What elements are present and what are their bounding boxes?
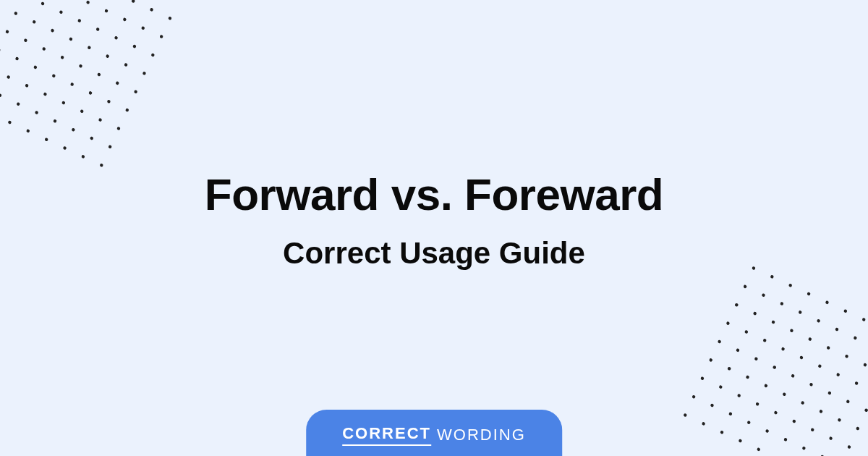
svg-point-91 <box>762 293 766 297</box>
brand-word-primary: CORRECT <box>342 424 431 446</box>
svg-point-120 <box>773 366 777 370</box>
svg-point-6 <box>131 0 135 3</box>
svg-point-128 <box>746 375 750 379</box>
svg-point-42 <box>97 72 101 77</box>
svg-point-32 <box>87 46 91 50</box>
svg-point-84 <box>807 292 811 296</box>
svg-point-61 <box>98 118 103 122</box>
svg-point-44 <box>134 90 138 94</box>
svg-point-108 <box>726 321 731 326</box>
svg-point-62 <box>116 127 121 131</box>
svg-point-60 <box>80 109 84 114</box>
svg-point-94 <box>817 318 821 323</box>
svg-point-17 <box>159 35 163 39</box>
svg-point-140 <box>792 419 796 423</box>
svg-point-16 <box>141 26 145 30</box>
svg-point-100 <box>753 311 757 316</box>
svg-point-86 <box>843 309 848 313</box>
svg-point-143 <box>847 445 851 449</box>
svg-point-115 <box>854 381 859 386</box>
svg-point-141 <box>810 428 814 432</box>
svg-point-14 <box>104 9 109 13</box>
svg-point-114 <box>836 373 841 377</box>
svg-point-8 <box>168 16 172 20</box>
svg-point-155 <box>720 430 724 434</box>
svg-point-85 <box>825 300 830 305</box>
svg-point-47 <box>15 56 20 61</box>
svg-point-125 <box>864 408 868 413</box>
svg-point-99 <box>734 303 739 307</box>
svg-point-113 <box>817 364 822 368</box>
svg-point-149 <box>783 437 788 442</box>
svg-point-101 <box>771 320 775 324</box>
svg-point-46 <box>0 48 1 52</box>
svg-point-82 <box>770 274 774 279</box>
svg-point-135 <box>700 376 705 381</box>
svg-point-52 <box>107 99 111 104</box>
svg-point-129 <box>764 384 768 388</box>
svg-point-70 <box>90 136 94 140</box>
svg-point-103 <box>808 337 812 342</box>
page-subtitle: Correct Usage Guide <box>0 236 868 271</box>
svg-point-134 <box>856 426 860 431</box>
svg-point-104 <box>826 346 830 350</box>
svg-point-110 <box>762 338 767 342</box>
svg-point-133 <box>838 418 842 422</box>
svg-point-132 <box>819 409 823 413</box>
svg-point-146 <box>728 412 733 416</box>
brand-badge: CORRECT WORDING <box>306 410 562 456</box>
svg-point-69 <box>71 127 75 132</box>
svg-point-96 <box>853 336 857 340</box>
svg-point-148 <box>765 429 770 434</box>
svg-point-121 <box>791 373 795 378</box>
svg-point-75 <box>7 120 12 124</box>
svg-point-117 <box>718 339 722 344</box>
svg-point-28 <box>14 12 18 16</box>
svg-point-119 <box>754 357 758 361</box>
svg-point-130 <box>782 392 786 397</box>
svg-point-49 <box>51 74 56 78</box>
svg-point-50 <box>70 83 75 87</box>
svg-point-7 <box>150 7 154 12</box>
svg-point-131 <box>801 401 805 405</box>
svg-point-38 <box>23 38 27 43</box>
svg-point-92 <box>780 302 784 306</box>
svg-point-105 <box>845 354 849 358</box>
svg-point-65 <box>0 93 2 98</box>
svg-point-154 <box>702 421 706 426</box>
svg-point-41 <box>79 64 83 68</box>
svg-point-150 <box>801 446 806 450</box>
svg-point-122 <box>809 382 814 387</box>
svg-point-118 <box>736 348 740 352</box>
svg-point-25 <box>132 44 137 48</box>
svg-point-59 <box>61 101 66 105</box>
svg-point-123 <box>827 391 832 395</box>
dot-grid-decoration-top-left <box>0 0 190 190</box>
svg-point-156 <box>738 439 742 443</box>
svg-point-21 <box>59 10 63 14</box>
svg-point-77 <box>44 138 48 142</box>
svg-point-34 <box>124 63 128 67</box>
svg-point-29 <box>32 20 36 24</box>
svg-point-142 <box>829 436 833 441</box>
svg-point-15 <box>122 17 127 22</box>
svg-point-145 <box>710 403 715 408</box>
svg-point-71 <box>108 145 112 149</box>
svg-point-23 <box>95 28 100 32</box>
svg-point-53 <box>125 108 129 112</box>
svg-point-78 <box>63 146 67 151</box>
svg-point-102 <box>789 329 793 333</box>
svg-point-106 <box>863 363 867 367</box>
svg-point-138 <box>755 402 760 406</box>
svg-point-37 <box>5 30 9 34</box>
svg-point-35 <box>142 71 147 75</box>
svg-point-39 <box>42 47 46 51</box>
dot-grid-decoration-bottom-right <box>671 258 868 456</box>
svg-point-57 <box>25 83 29 88</box>
svg-point-124 <box>846 400 850 404</box>
svg-point-126 <box>709 358 713 362</box>
svg-point-68 <box>53 119 57 123</box>
svg-point-80 <box>99 163 103 167</box>
svg-point-95 <box>835 327 839 332</box>
svg-point-30 <box>51 28 55 33</box>
